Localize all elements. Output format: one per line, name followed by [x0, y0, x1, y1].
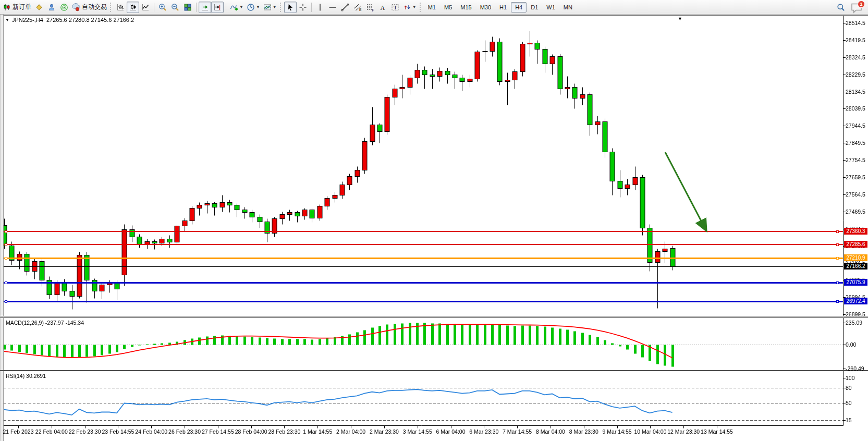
- hline-pivot-27210[interactable]: [4, 258, 843, 259]
- zoom-in-button[interactable]: [156, 2, 169, 13]
- template-icon: [263, 3, 272, 11]
- line-handle[interactable]: [836, 281, 839, 284]
- channel-icon: E: [353, 3, 362, 11]
- timeframe-button-h1[interactable]: H1: [495, 2, 511, 13]
- line-handle[interactable]: [836, 257, 839, 260]
- text-button[interactable]: A: [376, 2, 389, 13]
- template-button[interactable]: ▼: [262, 2, 278, 13]
- time-axis-label: 28 Feb 23:30: [268, 428, 301, 435]
- autotrade-button-label: 自动交易: [82, 3, 107, 11]
- hline-resistance-27360[interactable]: [4, 231, 843, 232]
- fibonacci-button[interactable]: F: [364, 2, 376, 13]
- price-tick-label: 27659.5: [846, 174, 865, 180]
- line-handle[interactable]: [5, 230, 7, 233]
- label-button[interactable]: T: [389, 2, 401, 13]
- profile-button[interactable]: [45, 2, 58, 13]
- trendline-button[interactable]: [339, 2, 351, 13]
- timeframe-button-m5[interactable]: M5: [440, 2, 456, 13]
- new-order-button[interactable]: 新订单: [1, 2, 33, 13]
- notification-badge[interactable]: 1: [858, 1, 865, 8]
- search-button[interactable]: [835, 2, 847, 13]
- price-chart-canvas[interactable]: [0, 15, 868, 441]
- time-axis-label: 9 Mar 14:55: [603, 428, 632, 435]
- autotrade-button[interactable]: 自动交易: [70, 2, 108, 13]
- candlestick-chart-button[interactable]: [127, 2, 139, 13]
- toolbar-separator: [196, 3, 197, 12]
- toolbar-right-cluster: 1: [835, 2, 867, 13]
- shift-end-button[interactable]: [199, 2, 211, 13]
- fibo-icon: F: [366, 3, 374, 11]
- vertical-line-button[interactable]: [314, 2, 326, 13]
- time-axis-label: 2 Mar 04:00: [336, 428, 365, 435]
- horizontal-line-button[interactable]: [326, 2, 339, 13]
- time-axis-label: 28 Feb 04:00: [235, 428, 267, 435]
- time-axis-label: 23 Feb 14:55: [102, 428, 134, 435]
- svg-text:E: E: [359, 8, 362, 11]
- timeframe-button-m1[interactable]: M1: [424, 2, 440, 13]
- timeframe-button-m15[interactable]: M15: [456, 2, 475, 13]
- rsi-tick-label: 100: [846, 375, 855, 381]
- macd-title: MACD(12,26,9) -237.97 -145.34: [6, 320, 84, 326]
- line-handle[interactable]: [836, 300, 839, 303]
- arrows-button[interactable]: ▼: [401, 2, 418, 13]
- time-axis-label: 10 Mar 04:00: [634, 428, 666, 435]
- tile-windows-button[interactable]: [181, 2, 194, 13]
- toolbar-separator: [226, 3, 226, 12]
- hline-support-27075[interactable]: [4, 282, 843, 284]
- rsi-tick-label: 80: [846, 385, 852, 391]
- time-axis-label: 12 Mar 23:30: [667, 428, 700, 435]
- market-watch-button[interactable]: [33, 2, 45, 13]
- line-handle[interactable]: [836, 230, 839, 233]
- hline-support-26972[interactable]: [4, 301, 843, 302]
- price-tick-label: 28419.5: [846, 37, 865, 43]
- line-handle[interactable]: [5, 243, 7, 246]
- bid-price-line-price-label: 27166.2: [844, 263, 867, 270]
- timeframe-button-mn[interactable]: MN: [559, 2, 577, 13]
- price-tick-label: 26899.5: [846, 311, 865, 317]
- line-handle[interactable]: [836, 243, 839, 246]
- price-tick-label: 27944.5: [846, 123, 865, 129]
- rsi-title: RSI(14) 30.2691: [6, 373, 46, 379]
- time-axis-label: 27 Feb 14:55: [202, 428, 234, 435]
- panel-separator[interactable]: [0, 370, 868, 371]
- toolbar-grip: [280, 3, 282, 12]
- hline-resistance-27285[interactable]: [4, 244, 843, 245]
- toolbar-grip: [110, 3, 112, 12]
- trendline-icon: [341, 3, 349, 11]
- zoom-out-button[interactable]: [169, 2, 181, 13]
- signals-button[interactable]: [58, 2, 70, 13]
- new-order-button-label: 新订单: [13, 3, 31, 11]
- line-chart-button[interactable]: [139, 2, 152, 13]
- bar-chart-button[interactable]: [114, 2, 127, 13]
- timeframe-button-w1[interactable]: W1: [542, 2, 559, 13]
- chat-button[interactable]: 1: [850, 2, 863, 13]
- search-icon: [837, 3, 845, 11]
- cursor-button[interactable]: [284, 2, 297, 13]
- line-handle[interactable]: [5, 257, 7, 260]
- svg-text:A: A: [380, 4, 385, 11]
- hline-resistance-27285-price-label: 27285.6: [844, 241, 867, 248]
- time-axis-label: 26 Feb 23:30: [168, 428, 201, 435]
- period-button[interactable]: ▼: [245, 2, 262, 13]
- shiftend-icon: [201, 3, 209, 11]
- panel-separator[interactable]: [0, 316, 868, 318]
- timeframe-button-h4[interactable]: H4: [511, 2, 527, 13]
- line-handle[interactable]: [5, 281, 7, 284]
- line-handle[interactable]: [5, 300, 7, 303]
- equidistant-channel-button[interactable]: E: [351, 2, 364, 13]
- clock-icon: [247, 3, 255, 11]
- macd-tick-label: 235.09: [846, 320, 862, 326]
- time-axis-label: 7 Mar 14:55: [503, 428, 532, 435]
- auto-scroll-button[interactable]: [211, 2, 224, 13]
- time-axis-label: 21 Feb 2023: [3, 428, 34, 435]
- diamond-icon: [35, 3, 43, 11]
- chart-shift-marker[interactable]: ▼: [678, 16, 682, 21]
- bid-price-line[interactable]: [4, 266, 843, 267]
- symbol-dropdown-icon[interactable]: ▼: [5, 18, 9, 22]
- crosshair-button[interactable]: [297, 2, 309, 13]
- timeframe-button-d1[interactable]: D1: [527, 2, 542, 13]
- timeframe-button-m30[interactable]: M30: [476, 2, 495, 13]
- price-tick-label: 28229.5: [846, 71, 865, 78]
- add-indicator-button[interactable]: ▼: [228, 2, 245, 13]
- time-axis-label: 2 Mar 23:30: [370, 428, 399, 435]
